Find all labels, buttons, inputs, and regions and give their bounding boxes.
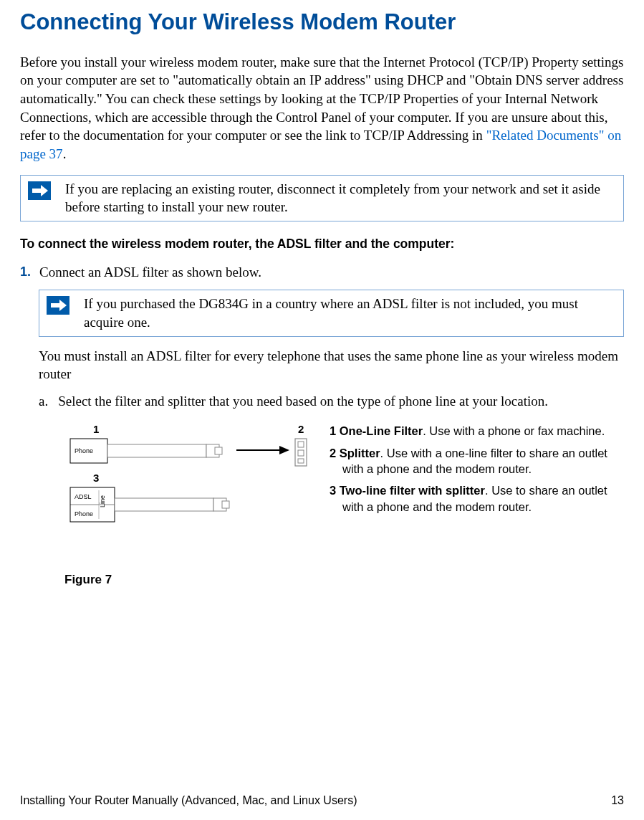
adsl-filter-requirement-paragraph: You must install an ADSL filter for ever… [39, 347, 624, 383]
svg-marker-5 [279, 446, 289, 454]
connect-subheading: To connect the wireless modem router, th… [20, 236, 624, 253]
diagram-phone-label-2: Phone [75, 510, 93, 518]
step-1-number: 1. [20, 263, 31, 282]
svg-rect-13 [115, 498, 213, 511]
intro-text-after: . [63, 146, 67, 161]
legend-item-3: 3 Two-line filter with splitter. Use to … [330, 482, 624, 515]
intro-paragraph: Before you install your wireless modem r… [20, 53, 624, 163]
diagram-phone-label-1: Phone [75, 447, 93, 454]
legend-2-title: 2 Splitter [330, 447, 380, 459]
legend-1-rest: . Use with a phone or fax machine. [423, 424, 605, 437]
legend-1-title: 1 One-Line Filter [330, 424, 423, 437]
legend-3-continuation: with a phone and the modem router. [330, 499, 624, 515]
substep-a-text: Select the filter and splitter that you … [58, 392, 548, 411]
svg-rect-15 [222, 501, 229, 508]
arrow-right-icon [28, 181, 51, 200]
note-box-replacing-router: If you are replacing an existing router,… [20, 175, 624, 221]
note-text: If you are replacing an existing router,… [65, 180, 616, 216]
step-1: 1. Connect an ADSL filter as shown below… [20, 263, 624, 282]
figure-7-caption: Figure 7 [64, 572, 624, 588]
legend-3-rest: . Use to share an outlet [485, 484, 607, 497]
note-text: If you purchased the DG834G in a country… [84, 295, 616, 331]
svg-rect-3 [215, 447, 222, 454]
legend-2-rest: . Use with a one-line filter to share an… [380, 447, 607, 459]
figure-7-diagram: 1 Phone 2 3 ADSL Phone [64, 423, 315, 549]
page-heading: Connecting Your Wireless Modem Router [20, 7, 624, 37]
footer-chapter-title: Installing Your Router Manually (Advance… [20, 793, 357, 809]
substep-a: a. Select the filter and splitter that y… [39, 392, 624, 411]
diagram-adsl-label: ADSL [75, 493, 92, 500]
diagram-line-label: Line [99, 495, 106, 507]
step-1-text: Connect an ADSL filter as shown below. [39, 263, 624, 282]
arrow-right-icon [47, 296, 69, 315]
diagram-label-2: 2 [298, 423, 304, 435]
diagram-label-1: 1 [93, 423, 99, 435]
legend-3-title: 3 Two-line filter with splitter [330, 484, 485, 497]
diagram-label-3: 3 [93, 472, 99, 484]
footer-page-number: 13 [611, 793, 624, 809]
substep-a-label: a. [39, 392, 48, 411]
legend-item-2: 2 Splitter. Use with a one-line filter t… [330, 445, 624, 477]
note-box-adsl-filter-purchase: If you purchased the DG834G in a country… [39, 290, 624, 336]
figure-7-legend: 1 One-Line Filter. Use with a phone or f… [330, 423, 624, 520]
legend-item-1: 1 One-Line Filter. Use with a phone or f… [330, 423, 624, 439]
page-footer: Installing Your Router Manually (Advance… [0, 793, 644, 809]
svg-rect-1 [107, 444, 206, 457]
figure-7-area: 1 Phone 2 3 ADSL Phone [64, 423, 624, 549]
svg-rect-6 [295, 439, 307, 466]
legend-2-continuation: with a phone and the modem router. [330, 461, 624, 477]
